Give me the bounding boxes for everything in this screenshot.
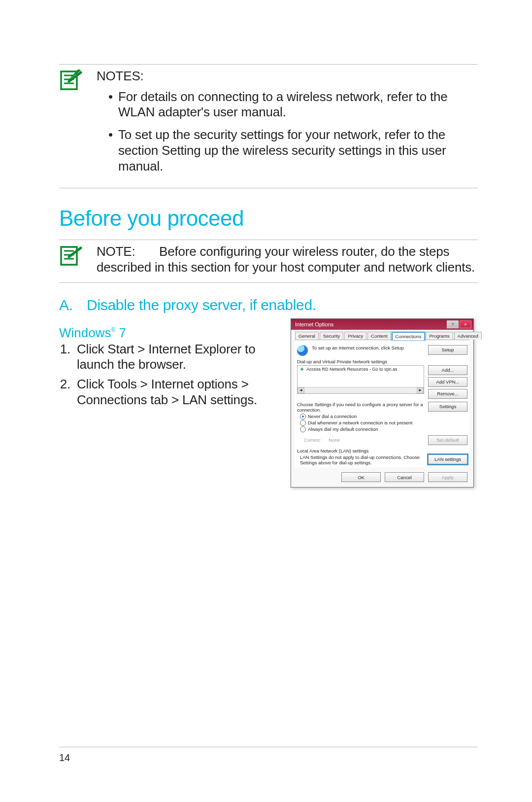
dialup-group-label: Dial-up and Virtual Private Network sett… [297, 359, 467, 364]
dialup-list-item[interactable]: Access RD Network Resources - Go to vpn.… [298, 366, 424, 373]
close-button[interactable]: × [460, 320, 471, 328]
notes-block-2: NOTE: Before configuring your wireless r… [59, 240, 478, 282]
settings-button[interactable]: Settings [428, 402, 467, 412]
dialup-listbox[interactable]: Access RD Network Resources - Go to vpn.… [297, 365, 424, 394]
lan-settings-button[interactable]: LAN settings [428, 454, 467, 464]
help-button[interactable]: ? [447, 320, 459, 328]
radio-icon [300, 420, 306, 426]
note-label: NOTE: [97, 244, 156, 260]
tab-security[interactable]: Security [320, 332, 343, 340]
lan-group-label: Local Area Network (LAN) settings [297, 448, 467, 453]
dialog-titlebar: Internet Options ? × [291, 319, 473, 330]
current-value: None [329, 437, 340, 443]
tab-general[interactable]: General [295, 332, 319, 340]
scroll-right-button[interactable]: ► [417, 387, 424, 393]
radio-icon [300, 414, 306, 419]
tab-connections[interactable]: Connections [392, 332, 425, 340]
os-heading: Windows® 7 [59, 325, 279, 341]
subheading-letter: A. [59, 297, 83, 314]
steps-list: Click Start > Internet Explorer to launc… [59, 342, 279, 408]
note-bullet: For details on connecting to a wireless … [108, 89, 478, 120]
section-title: Before you proceed [59, 206, 478, 231]
tab-programs[interactable]: Programs [426, 332, 453, 340]
tab-advanced[interactable]: Advanced [454, 332, 482, 340]
lan-text: LAN Settings do not apply to dial-up con… [297, 454, 424, 466]
svg-line-9 [69, 248, 81, 257]
page-number: 14 [59, 752, 70, 763]
radio-dial-when-absent[interactable]: Dial whenever a network connection is no… [297, 420, 467, 426]
tabs-row: General Security Privacy Content Connect… [295, 332, 469, 340]
notes-label: NOTES: [97, 69, 478, 84]
page-footer: 14 [59, 747, 478, 764]
subheading-text: Disable the proxy server, if enabled. [87, 297, 316, 313]
notes-block-1: NOTES: For details on connecting to a wi… [59, 65, 478, 188]
dialog-title: Internet Options [295, 321, 333, 327]
setup-button[interactable]: Setup [428, 345, 467, 355]
radio-always-dial[interactable]: Always dial my default connection [297, 426, 467, 432]
horizontal-scrollbar[interactable]: ◄ ► [298, 387, 424, 393]
add-button[interactable]: Add... [428, 365, 467, 375]
note-icon [59, 70, 83, 91]
scroll-left-button[interactable]: ◄ [298, 387, 304, 393]
step-item: Click Start > Internet Explorer to launc… [74, 342, 279, 373]
radio-never-dial[interactable]: Never dial a connection [297, 414, 467, 419]
set-default-button[interactable]: Set default [428, 435, 467, 445]
step-item: Click Tools > Internet options > Connect… [74, 377, 279, 408]
setup-text: To set up an Internet connection, click … [312, 345, 424, 350]
choose-settings-text: Choose Settings if you need to configure… [297, 402, 424, 413]
note-bullet: To set up the security settings for your… [108, 127, 478, 174]
ok-button[interactable]: OK [341, 472, 381, 482]
apply-button[interactable]: Apply [428, 472, 467, 482]
rule-3 [59, 282, 478, 283]
globe-icon [297, 345, 308, 356]
connection-icon [299, 367, 304, 372]
remove-button[interactable]: Remove... [428, 389, 467, 399]
mid-rule [59, 188, 478, 188]
radio-icon [300, 426, 306, 432]
internet-options-dialog: Internet Options ? × General Security Pr… [291, 318, 474, 488]
current-label: Current: [304, 437, 321, 443]
tab-content[interactable]: Content [367, 332, 391, 340]
subheading: A. Disable the proxy server, if enabled. [59, 297, 478, 314]
cancel-button[interactable]: Cancel [385, 472, 424, 482]
tab-privacy[interactable]: Privacy [344, 332, 366, 340]
note-icon [59, 245, 83, 267]
add-vpn-button[interactable]: Add VPN... [428, 377, 467, 387]
